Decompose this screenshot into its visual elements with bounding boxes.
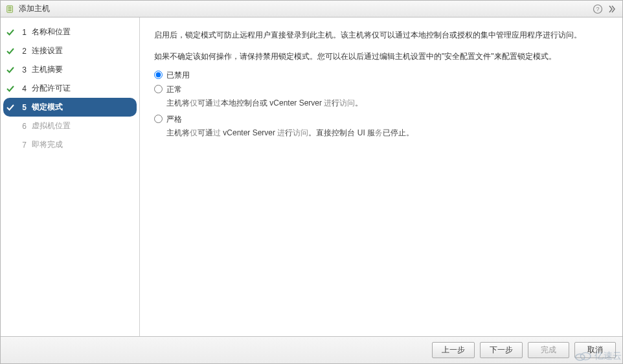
- step-lockdown-mode[interactable]: 5 锁定模式: [3, 98, 137, 117]
- back-button[interactable]: 上一步: [432, 342, 475, 358]
- step-connection-settings[interactable]: 2 连接设置: [1, 41, 139, 60]
- wizard-steps: 1 名称和位置 2 连接设置 3 主机摘要 4 分配许可证 5: [1, 17, 140, 336]
- step-label: 名称和位置: [32, 27, 71, 38]
- radio-strict-label: 严格: [166, 113, 182, 126]
- help-icon[interactable]: ?: [593, 4, 603, 14]
- step-number: 5: [20, 103, 27, 112]
- step-number: 2: [20, 47, 27, 56]
- radio-normal-label: 正常: [166, 84, 182, 96]
- next-button[interactable]: 下一步: [480, 342, 523, 358]
- step-number: 4: [20, 84, 27, 93]
- radio-strict-desc: 主机将仅可通过 vCenter Server 进行访问。直接控制台 UI 服务已…: [166, 127, 608, 139]
- title-bar: 添加主机 ?: [1, 1, 622, 17]
- radio-strict[interactable]: [154, 115, 163, 123]
- check-icon: [6, 103, 15, 112]
- check-icon: [6, 65, 15, 74]
- check-icon: [6, 47, 15, 56]
- finish-button: 完成: [528, 342, 569, 358]
- check-icon: [6, 84, 15, 93]
- svg-rect-1: [8, 6, 12, 7]
- step-host-summary[interactable]: 3 主机摘要: [1, 60, 139, 79]
- step-label: 连接设置: [32, 45, 63, 56]
- expand-icon[interactable]: [607, 4, 617, 14]
- step-label: 主机摘要: [32, 64, 63, 75]
- lockdown-desc-1: 启用后，锁定模式可防止远程用户直接登录到此主机。该主机将仅可以通过本地控制台或授…: [154, 29, 608, 41]
- add-host-dialog: 添加主机 ? 1 名称和位置 2 连接设置 3: [0, 0, 623, 364]
- step-ready-complete: 7 即将完成: [1, 135, 139, 154]
- svg-rect-2: [8, 8, 12, 9]
- dialog-title: 添加主机: [19, 3, 50, 14]
- dialog-footer: 上一步 下一步 完成 取消: [1, 336, 622, 363]
- step-number: 1: [20, 28, 27, 37]
- step-label: 锁定模式: [32, 102, 63, 113]
- step-label: 即将完成: [32, 139, 63, 150]
- step-label: 虚拟机位置: [32, 120, 71, 131]
- lockdown-desc-2: 如果不确定该如何操作，请保持禁用锁定模式。您可以在以后通过编辑主机设置中的"安全…: [154, 51, 608, 63]
- cancel-button[interactable]: 取消: [574, 342, 616, 358]
- svg-text:?: ?: [596, 6, 599, 12]
- check-icon: [6, 28, 15, 37]
- step-number: 7: [20, 141, 27, 150]
- step-vm-location: 6 虚拟机位置: [1, 117, 139, 135]
- host-icon: [6, 5, 15, 14]
- check-placeholder: [6, 141, 15, 150]
- check-placeholder: [6, 122, 15, 131]
- radio-disabled-label: 已禁用: [166, 69, 190, 82]
- radio-normal[interactable]: [154, 85, 163, 93]
- step-number: 3: [20, 65, 27, 74]
- lockdown-radio-group: 已禁用 正常 主机将仅可通过本地控制台或 vCenter Server 进行访问…: [154, 69, 608, 139]
- step-name-location[interactable]: 1 名称和位置: [1, 23, 139, 41]
- content-pane: 启用后，锁定模式可防止远程用户直接登录到此主机。该主机将仅可以通过本地控制台或授…: [140, 17, 622, 336]
- step-label: 分配许可证: [32, 83, 71, 94]
- radio-normal-desc: 主机将仅可通过本地控制台或 vCenter Server 进行访问。: [166, 97, 608, 109]
- step-assign-license[interactable]: 4 分配许可证: [1, 79, 139, 98]
- step-number: 6: [20, 122, 27, 131]
- svg-rect-3: [8, 10, 12, 10]
- radio-disabled[interactable]: [154, 71, 163, 79]
- dialog-body: 1 名称和位置 2 连接设置 3 主机摘要 4 分配许可证 5: [1, 17, 622, 336]
